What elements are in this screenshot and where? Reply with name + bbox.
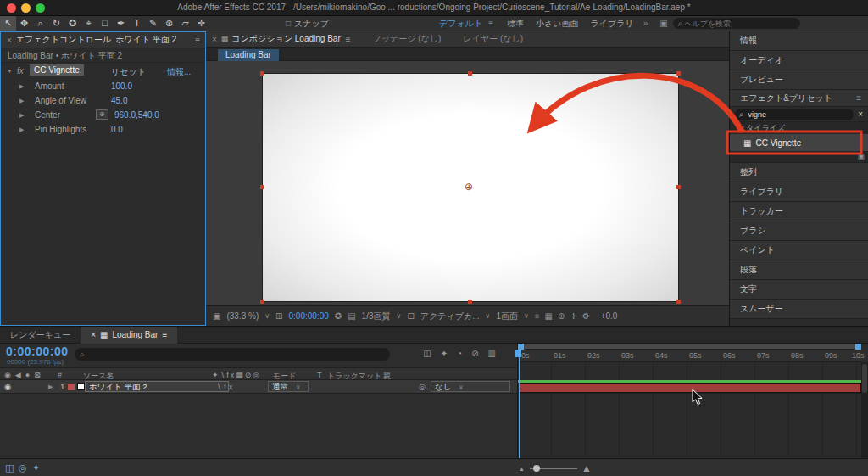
snap-checkbox[interactable]: □: [286, 19, 291, 28]
layer-switches[interactable]: ∖fx: [216, 382, 235, 391]
layer-visibility-icon[interactable]: ◉: [4, 382, 11, 391]
selection-handle[interactable]: [676, 71, 681, 76]
timeline-toggle-icon-2[interactable]: ◎: [19, 462, 27, 473]
twirl-icon[interactable]: ▶: [19, 112, 24, 119]
rotation-tool[interactable]: ↻: [48, 16, 64, 31]
timeline-zoom-handle[interactable]: [533, 465, 540, 472]
zoom-window-button[interactable]: [36, 3, 45, 13]
panel-tab-smoother[interactable]: スムーザー: [730, 300, 868, 319]
timeline-vertical-scrollbar[interactable]: [861, 362, 868, 458]
work-area-end-handle[interactable]: [855, 344, 861, 350]
twirl-icon[interactable]: ▶: [19, 98, 24, 104]
clear-search-icon[interactable]: ×: [858, 109, 863, 119]
zoom-tool[interactable]: ⌕: [32, 16, 48, 31]
help-search-input[interactable]: [682, 19, 794, 29]
render-queue-tab[interactable]: レンダーキュー: [0, 327, 81, 344]
scrollbar-thumb[interactable]: [862, 364, 867, 393]
minimize-window-button[interactable]: [21, 3, 31, 13]
selection-handle[interactable]: [260, 71, 264, 76]
timeline-view-icons[interactable]: ◫✦◔⊘▥: [423, 349, 505, 358]
close-panel-icon[interactable]: ×: [212, 35, 217, 44]
effect-twirl-icon[interactable]: ▼: [7, 68, 13, 74]
eraser-tool[interactable]: ▱: [177, 16, 193, 31]
zoom-out-mountain-icon[interactable]: ▲: [519, 466, 525, 472]
layer-color-label[interactable]: [68, 384, 75, 390]
panel-tab-character[interactable]: 文字: [730, 280, 868, 300]
composition-tab[interactable]: コンポジション Loading Bar: [231, 33, 340, 45]
viewer-misc-icons[interactable]: ⌗▦⊕✛⚙: [535, 311, 595, 322]
region-of-interest-icon[interactable]: ⊡: [407, 311, 414, 321]
effects-search-input[interactable]: [746, 109, 849, 120]
timeline-comp-tab[interactable]: × ▦ Loading Bar ≡: [81, 327, 177, 344]
effect-controls-tab[interactable]: エフェクトコントロール: [16, 34, 111, 46]
puppet-pin-tool[interactable]: ✛: [193, 16, 209, 31]
effect-name[interactable]: CC Vignette: [30, 64, 84, 76]
layer-twirl-icon[interactable]: ▶: [48, 384, 53, 390]
panel-tab-effects-presets[interactable]: ≡ エフェクト&プリセット: [730, 90, 868, 107]
selection-handle[interactable]: [260, 300, 264, 304]
brush-tool[interactable]: ✎: [145, 16, 161, 31]
panel-tab-info[interactable]: 情報: [730, 31, 868, 51]
snapshot-icon[interactable]: ✪: [335, 311, 342, 321]
view-layout-selector[interactable]: 1画面: [496, 311, 518, 322]
magnification-value[interactable]: (33.3 %): [226, 311, 259, 321]
active-camera-selector[interactable]: アクティブカ...: [420, 311, 480, 322]
panel-menu-icon[interactable]: ≡: [195, 36, 200, 45]
panel-tab-tracker[interactable]: トラッカー: [730, 202, 868, 221]
property-value[interactable]: 0.0: [111, 125, 123, 134]
timeline-track-area[interactable]: 0s 01s 02s 03s 04s 05s 06s 07s 08s 09s 1…: [517, 344, 868, 458]
camera-tool[interactable]: ✪: [64, 16, 81, 31]
exposure-value[interactable]: +0.0: [601, 311, 618, 321]
panel-tab-audio[interactable]: オーディオ: [730, 51, 868, 70]
effects-category-stylize[interactable]: スタイライズ: [730, 122, 868, 134]
workspace-menu-icon[interactable]: ≡: [488, 19, 493, 28]
reset-button[interactable]: リセット: [111, 66, 146, 78]
selection-handle[interactable]: [468, 300, 472, 304]
panel-menu-icon[interactable]: ≡: [346, 35, 351, 44]
current-time-display[interactable]: 0:00:00:00: [289, 311, 329, 321]
selection-handle[interactable]: [468, 71, 472, 76]
hand-tool[interactable]: ✥: [16, 16, 32, 31]
footage-tab[interactable]: フッテージ (なし): [373, 33, 442, 45]
parent-dropdown[interactable]: なし ∨: [431, 381, 510, 392]
close-panel-icon[interactable]: ×: [91, 327, 96, 344]
playhead-handle[interactable]: [515, 350, 521, 357]
panel-menu-icon[interactable]: ≡: [856, 90, 861, 106]
current-timecode[interactable]: 0:00:00:00: [6, 344, 69, 358]
panel-tab-paragraph[interactable]: 段落: [730, 260, 868, 280]
close-panel-icon[interactable]: ×: [7, 36, 12, 45]
workspace-small-screen[interactable]: 小さい画面: [536, 18, 578, 30]
anchor-point-icon[interactable]: ⊕: [465, 181, 473, 193]
panel-tab-libraries[interactable]: ライブラリ: [730, 182, 868, 202]
layer-row-1[interactable]: ◉ ▶ 1 ホワイト 平面 2 ∖fx 通常 ∨ ◎ なし ∨: [0, 380, 517, 394]
timeline-toggle-icon-3[interactable]: ✦: [32, 462, 40, 473]
workspace-libraries[interactable]: ライブラリ: [590, 18, 633, 30]
composition-canvas[interactable]: ⊕: [263, 74, 678, 301]
grid-guides-icon[interactable]: ⊞: [275, 311, 282, 321]
pan-behind-tool[interactable]: ⌖: [81, 16, 97, 31]
timeline-toggle-icon-1[interactable]: ◫: [5, 462, 14, 473]
new-preset-icon[interactable]: ▣: [857, 152, 865, 160]
selection-handle[interactable]: [260, 185, 264, 189]
layer-name[interactable]: ホワイト 平面 2: [85, 381, 229, 392]
effects-result-cc-vignette[interactable]: ▦ CC Vignette: [730, 134, 868, 151]
panel-tab-paint[interactable]: ペイント: [730, 241, 868, 260]
viewer-tab-loading-bar[interactable]: Loading Bar: [218, 49, 279, 61]
panel-menu-icon[interactable]: ≡: [162, 327, 167, 344]
layer-duration-bar[interactable]: [519, 383, 861, 393]
workspace-standard[interactable]: 標準: [507, 18, 524, 30]
time-ruler[interactable]: 0s 01s 02s 03s 04s 05s 06s 07s 08s 09s 1…: [518, 350, 861, 362]
view-options-icon[interactable]: ▣: [213, 311, 220, 321]
pen-tool[interactable]: ✒: [113, 16, 129, 31]
fx-badge-icon[interactable]: fx: [17, 66, 24, 76]
property-value[interactable]: 100.0: [111, 81, 132, 91]
composition-viewport[interactable]: ⊕: [206, 61, 729, 305]
search-mode-icon[interactable]: ▣: [659, 19, 667, 28]
resolution-value[interactable]: 1/3画質: [362, 311, 391, 322]
panel-tab-align[interactable]: 整列: [730, 163, 868, 182]
panel-tab-preview[interactable]: プレビュー: [730, 70, 868, 90]
point-picker-icon[interactable]: ⊕: [96, 109, 108, 120]
property-value[interactable]: 960.0,540.0: [114, 110, 159, 120]
property-value[interactable]: 45.0: [111, 96, 127, 105]
type-tool[interactable]: T: [129, 16, 145, 31]
